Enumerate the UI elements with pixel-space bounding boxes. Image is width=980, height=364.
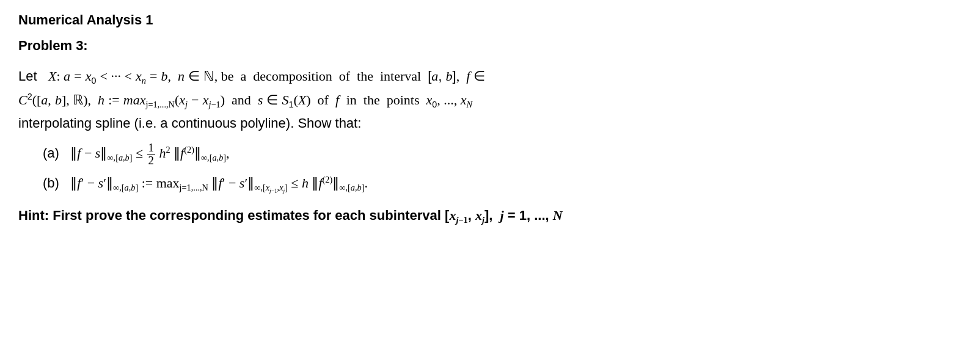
page-title: Numerical Analysis 1 — [18, 12, 962, 28]
item-a-label: (a) — [43, 145, 67, 161]
item-a: (a) ‖f − s‖∞,[a,b] ≤ 12 h2 ‖f(2)‖∞,[a,b]… — [43, 141, 962, 167]
hint-text: Hint: First prove the corresponding esti… — [18, 208, 962, 225]
item-b-math: ‖f′ − s′‖∞,[a,b] := maxj=1,...,N ‖f′ − s… — [70, 175, 368, 191]
main-text-block: Let X: a = x0 < ··· < xn = b, n ∈ ℕ, be … — [18, 65, 962, 135]
item-a-math: ‖f − s‖∞,[a,b] ≤ 12 h2 ‖f(2)‖∞,[a,b], — [70, 145, 229, 161]
item-b: (b) ‖f′ − s′‖∞,[a,b] := maxj=1,...,N ‖f′… — [43, 171, 962, 197]
problem-label: Problem 3: — [18, 38, 962, 54]
item-b-label: (b) — [43, 175, 67, 191]
document-container: Numerical Analysis 1 Problem 3: Let X: a… — [18, 12, 962, 225]
